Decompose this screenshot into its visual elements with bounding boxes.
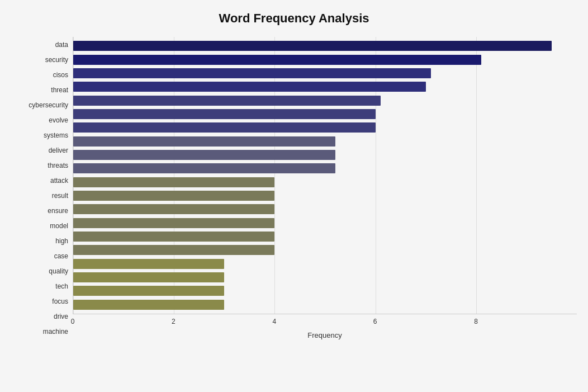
bar-attack xyxy=(73,163,335,173)
bar-model xyxy=(73,204,274,214)
chart-container: Word Frequency Analysis datasecurityciso… xyxy=(0,0,588,392)
y-label-model: model xyxy=(50,219,68,233)
bar-row-quality xyxy=(73,244,577,256)
bar-ensure xyxy=(73,191,274,201)
bar-systems xyxy=(73,122,376,133)
bar-deliver xyxy=(73,136,335,147)
bar-row-machine xyxy=(73,299,577,311)
bars-and-grid: 02468 Frequency xyxy=(73,37,577,339)
bar-cisos xyxy=(73,68,431,78)
x-axis-labels: 02468 xyxy=(73,318,577,329)
bars-wrapper xyxy=(73,37,577,314)
bar-threat xyxy=(73,82,426,92)
bar-cybersecurity xyxy=(73,96,381,106)
bar-threats xyxy=(73,150,335,160)
bar-row-attack xyxy=(73,162,577,174)
y-label-data: data xyxy=(55,37,68,52)
bar-machine xyxy=(73,300,224,310)
y-label-evolve: evolve xyxy=(49,113,68,127)
x-tick-6: 6 xyxy=(373,318,377,325)
y-label-attack: attack xyxy=(50,173,68,188)
y-label-high: high xyxy=(55,234,68,248)
bar-row-cisos xyxy=(73,67,577,79)
y-axis: datasecuritycisosthreatcybersecurityevol… xyxy=(11,37,73,339)
bar-row-model xyxy=(73,203,577,215)
bar-row-threat xyxy=(73,81,577,93)
y-label-case: case xyxy=(54,249,68,263)
y-label-deliver: deliver xyxy=(49,143,68,158)
bar-drive xyxy=(73,286,224,296)
y-label-result: result xyxy=(52,188,68,203)
x-tick-4: 4 xyxy=(272,318,276,325)
bar-row-drive xyxy=(73,285,577,297)
bar-row-ensure xyxy=(73,190,577,202)
y-label-machine: machine xyxy=(43,324,68,339)
y-label-tech: tech xyxy=(55,279,68,294)
bar-security xyxy=(73,55,481,65)
bar-row-tech xyxy=(73,258,577,270)
bar-high xyxy=(73,218,274,228)
y-label-focus: focus xyxy=(52,294,68,309)
y-label-threats: threats xyxy=(48,158,68,173)
y-label-systems: systems xyxy=(44,128,68,143)
y-label-security: security xyxy=(45,53,68,67)
bar-quality xyxy=(73,245,274,255)
bar-row-cybersecurity xyxy=(73,95,577,107)
chart-area: datasecuritycisosthreatcybersecurityevol… xyxy=(11,37,577,339)
bar-row-focus xyxy=(73,271,577,284)
x-tick-2: 2 xyxy=(172,318,176,325)
grid-and-bars xyxy=(73,37,577,314)
y-label-cybersecurity: cybersecurity xyxy=(29,98,68,112)
chart-title: Word Frequency Analysis xyxy=(11,11,577,26)
bar-tech xyxy=(73,259,224,269)
y-label-drive: drive xyxy=(54,309,68,324)
bar-case xyxy=(73,232,274,242)
bar-row-deliver xyxy=(73,135,577,148)
x-tick-0: 0 xyxy=(71,318,75,325)
bar-evolve xyxy=(73,109,376,119)
bar-row-high xyxy=(73,217,577,229)
bar-row-systems xyxy=(73,121,577,134)
bar-row-data xyxy=(73,40,577,52)
bar-data xyxy=(73,41,552,51)
bar-row-result xyxy=(73,176,577,188)
bar-row-security xyxy=(73,54,577,66)
y-label-ensure: ensure xyxy=(48,204,68,218)
bar-focus xyxy=(73,272,224,282)
bar-row-case xyxy=(73,230,577,243)
x-tick-8: 8 xyxy=(474,318,478,325)
y-label-quality: quality xyxy=(49,264,68,278)
y-label-threat: threat xyxy=(51,83,68,97)
x-axis-title: Frequency xyxy=(73,331,577,339)
bar-row-evolve xyxy=(73,108,577,120)
bar-result xyxy=(73,177,274,187)
bar-row-threats xyxy=(73,149,577,161)
y-label-cisos: cisos xyxy=(53,68,68,82)
